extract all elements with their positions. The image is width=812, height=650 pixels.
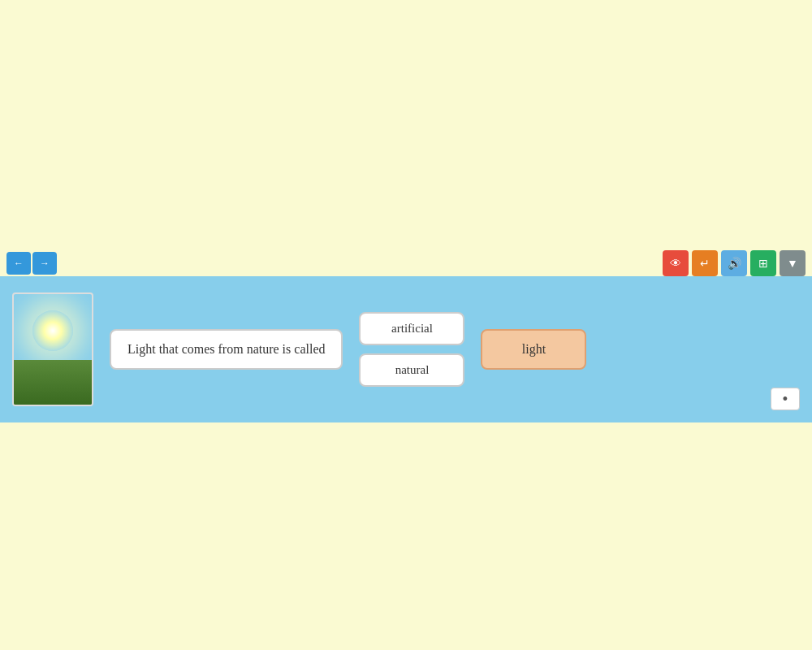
prev-button[interactable]: ← — [6, 252, 31, 275]
next-button[interactable]: → — [32, 252, 57, 275]
navigation-controls: ← → — [6, 252, 57, 275]
sound-icon: 🔊 — [728, 257, 741, 270]
answer-artificial-button[interactable]: artificial — [359, 312, 464, 345]
question-answer-row: Light that comes from nature is called a… — [110, 312, 800, 387]
main-content-area: Light that comes from nature is called a… — [0, 276, 812, 422]
prev-icon: ← — [14, 258, 24, 269]
grass-graphic — [14, 360, 92, 405]
sun-graphic — [32, 310, 73, 351]
natural-label: natural — [395, 363, 430, 376]
artificial-label: artificial — [391, 322, 433, 335]
grid-button[interactable]: ⊞ — [750, 250, 776, 276]
eye-icon: 👁 — [670, 257, 681, 270]
eye-button[interactable]: 👁 — [663, 250, 689, 276]
enter-icon: ↵ — [700, 257, 710, 270]
dot-icon: • — [783, 391, 788, 408]
selected-answer-label: light — [522, 342, 546, 356]
next-icon: → — [40, 258, 50, 269]
nature-image — [12, 292, 93, 406]
selected-answer-display[interactable]: light — [481, 329, 586, 370]
chevron-down-icon: ▼ — [787, 257, 798, 270]
question-text: Light that comes from nature is called — [110, 329, 343, 370]
menu-button[interactable]: ▼ — [780, 250, 806, 276]
answer-natural-button[interactable]: natural — [359, 353, 464, 387]
grid-icon: ⊞ — [758, 257, 768, 270]
toolbar: 👁 ↵ 🔊 ⊞ ▼ — [663, 250, 806, 276]
enter-button[interactable]: ↵ — [692, 250, 718, 276]
dot-button[interactable]: • — [771, 388, 800, 410]
sound-button[interactable]: 🔊 — [721, 250, 747, 276]
answer-options-list: artificial natural — [359, 312, 464, 387]
